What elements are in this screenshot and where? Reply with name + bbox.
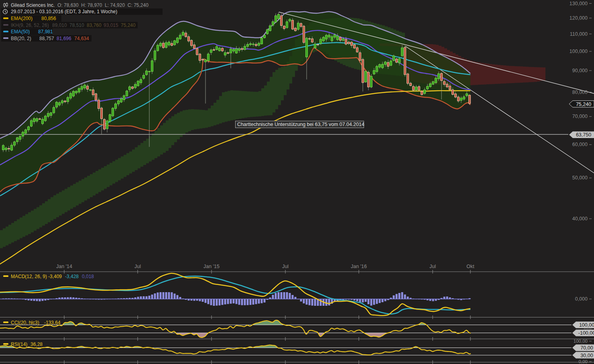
svg-text:Jan '14: Jan '14 (56, 264, 72, 269)
svg-text:0,00: 0,00 (579, 359, 588, 364)
svg-text:90,000: 90,000 (572, 68, 588, 73)
svg-text:Jul: Jul (429, 264, 436, 269)
svg-text:BB(20, 2): BB(20, 2) (11, 36, 31, 41)
svg-text:-3,409: -3,409 (48, 274, 62, 279)
svg-text:Gilead Sciences Inc.: Gilead Sciences Inc. (11, 2, 55, 8)
svg-text:40,000: 40,000 (572, 216, 588, 222)
svg-text:30,00: 30,00 (580, 353, 593, 358)
svg-text:78,510: 78,510 (69, 22, 84, 28)
svg-text:63,750: 63,750 (576, 132, 591, 138)
svg-text:-100,00: -100,00 (578, 330, 594, 336)
svg-text:130,000: 130,000 (570, 1, 588, 6)
svg-text:93,015: 93,015 (104, 22, 118, 28)
svg-text:70,000: 70,000 (572, 114, 588, 119)
svg-text:O: 78,630 H: 78,970 L: 74,92: O: 78,630 H: 78,970 L: 74,920 C: 75,240 (57, 2, 148, 8)
svg-text:-3,428: -3,428 (65, 274, 79, 279)
svg-text:50,000: 50,000 (572, 175, 588, 181)
svg-text:RSI(14): RSI(14) (11, 342, 27, 347)
svg-text:87,981: 87,981 (38, 29, 53, 35)
svg-text:75,240: 75,240 (121, 22, 136, 28)
svg-text:88,757: 88,757 (39, 36, 54, 41)
svg-text:110,000: 110,000 (570, 31, 588, 37)
svg-text:120,000: 120,000 (570, 15, 588, 21)
svg-text:IKH(9, 26, 52, 26): IKH(9, 26, 52, 26) (11, 22, 49, 28)
svg-text:100,000: 100,000 (570, 49, 588, 54)
svg-text:75,240: 75,240 (576, 102, 591, 107)
svg-text:-133,64: -133,64 (44, 320, 61, 325)
svg-text:80,856: 80,856 (41, 16, 56, 21)
svg-text:81,696: 81,696 (57, 36, 71, 41)
svg-text:Jul: Jul (282, 264, 289, 269)
svg-text:74,634: 74,634 (74, 36, 89, 41)
svg-text:80,000: 80,000 (572, 89, 588, 95)
svg-text:EMA(200): EMA(200) (11, 16, 33, 21)
svg-text:36,28: 36,28 (31, 342, 43, 347)
svg-text:Charttechnische Unterstützung: Charttechnische Unterstützung bei 63,75 … (237, 122, 364, 127)
svg-text:89,010: 89,010 (52, 22, 67, 28)
svg-text:EMA(50): EMA(50) (11, 29, 30, 35)
svg-text:29.07.2013 - 03.10.2016 (EDT,: 29.07.2013 - 03.10.2016 (EDT, 3 Jahre, 1… (11, 9, 117, 14)
svg-text:Jul: Jul (134, 264, 141, 269)
svg-text:0,000: 0,000 (575, 296, 588, 302)
svg-text:Okt: Okt (466, 264, 474, 269)
svg-text:100,00: 100,00 (574, 339, 588, 344)
svg-text:Jan '15: Jan '15 (203, 264, 220, 269)
svg-text:70,00: 70,00 (580, 345, 593, 351)
svg-text:Jan '16: Jan '16 (351, 264, 367, 269)
svg-text:83,760: 83,760 (87, 22, 102, 28)
svg-text:60,000: 60,000 (572, 142, 588, 147)
svg-text:CCI(20, hlc3): CCI(20, hlc3) (11, 320, 39, 325)
svg-text:MACD(12, 26, 9): MACD(12, 26, 9) (11, 274, 47, 279)
svg-text:0,018: 0,018 (82, 274, 94, 279)
svg-text:100,00: 100,00 (579, 322, 594, 328)
